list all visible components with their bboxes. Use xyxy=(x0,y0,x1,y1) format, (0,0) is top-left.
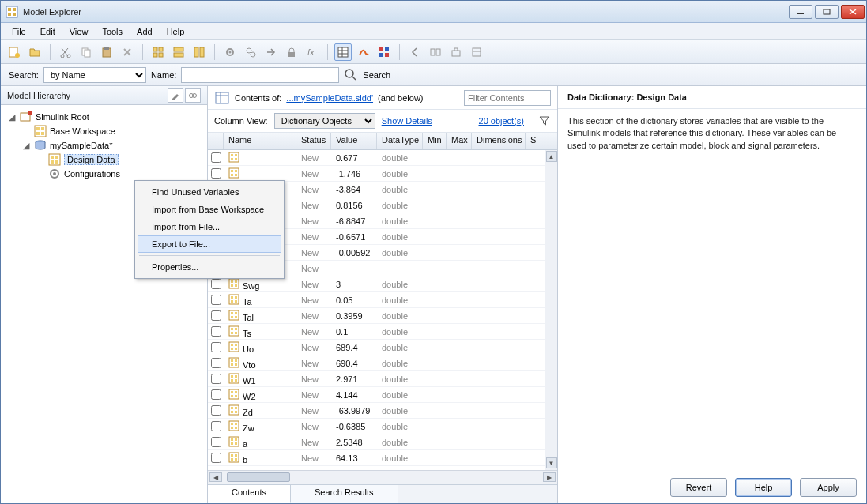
vertical-scrollbar[interactable]: ▲ ▼ xyxy=(545,150,557,470)
table-row[interactable]: UoNew689.4double xyxy=(208,340,557,355)
tree-node-design-data[interactable]: Design Data xyxy=(4,152,204,167)
tab-contents[interactable]: Contents xyxy=(208,485,291,503)
gear-icon[interactable] xyxy=(221,43,239,61)
table-row[interactable]: ZwNew-0.6385double xyxy=(208,419,557,434)
tree-node-root[interactable]: ◢ Simulink Root xyxy=(4,110,204,124)
row-checkbox[interactable] xyxy=(211,279,221,289)
fx-icon[interactable]: fx xyxy=(303,43,321,61)
object-count-link[interactable]: 20 object(s) xyxy=(479,116,524,126)
filter-contents-input[interactable] xyxy=(464,90,551,106)
row-checkbox[interactable] xyxy=(211,437,221,447)
col-name[interactable]: Name xyxy=(224,133,296,149)
row-checkbox[interactable] xyxy=(211,453,221,463)
show-details-link[interactable]: Show Details xyxy=(382,116,432,126)
scroll-down-icon[interactable]: ▼ xyxy=(546,457,557,468)
menu-edit[interactable]: Edit xyxy=(34,25,62,38)
menu-view[interactable]: View xyxy=(63,25,95,38)
col-dimensions[interactable]: Dimensions xyxy=(472,133,526,149)
scroll-right-icon[interactable]: ▶ xyxy=(543,472,556,482)
scroll-up-icon[interactable]: ▲ xyxy=(546,151,557,162)
contents-path-link[interactable]: ...mySampleData.sldd' xyxy=(286,93,373,103)
table-row[interactable]: TsNew0.1double xyxy=(208,324,557,340)
minimize-button[interactable] xyxy=(789,5,812,19)
row-checkbox[interactable] xyxy=(211,168,221,179)
paste-icon[interactable] xyxy=(98,43,115,61)
table-row[interactable]: bNew64.13double xyxy=(208,450,557,466)
col-s[interactable]: S xyxy=(526,133,541,149)
table-row[interactable]: ZdNew-63.9979double xyxy=(208,403,557,419)
grid-icon[interactable] xyxy=(149,43,167,61)
ctx-import-base[interactable]: Import from Base Workspace xyxy=(138,201,281,218)
row-checkbox[interactable] xyxy=(211,152,221,163)
matlab-icon[interactable] xyxy=(355,43,372,61)
table-row[interactable]: TalNew0.3959double xyxy=(208,308,557,324)
search-by-select[interactable]: by Name xyxy=(43,67,146,83)
table-row[interactable]: VtoNew690.4double xyxy=(208,355,557,371)
menu-help[interactable]: Help xyxy=(160,25,191,38)
row-checkbox[interactable] xyxy=(211,389,221,400)
table-row[interactable]: W1New2.971double xyxy=(208,371,557,387)
link-icon[interactable] xyxy=(185,88,201,103)
vars-icon[interactable] xyxy=(170,43,187,61)
blocks-icon[interactable] xyxy=(375,43,393,61)
table-row[interactable]: New0.677double xyxy=(208,150,557,166)
table-row[interactable]: W2New4.144double xyxy=(208,387,557,403)
row-checkbox[interactable] xyxy=(211,421,221,431)
horizontal-scrollbar[interactable]: ◀ ▶ xyxy=(208,470,557,484)
menu-tools[interactable]: Tools xyxy=(96,25,129,38)
cut-icon[interactable] xyxy=(57,43,74,61)
object-icon[interactable] xyxy=(190,43,208,61)
col-status[interactable]: Status xyxy=(296,133,331,149)
search-name-input[interactable] xyxy=(181,67,339,83)
revert-button[interactable]: Revert xyxy=(670,478,727,497)
nav-up-icon[interactable] xyxy=(447,43,465,61)
col-min[interactable]: Min xyxy=(423,133,447,149)
ctx-find-unused[interactable]: Find Unused Variables xyxy=(138,183,281,201)
hierarchy-tree[interactable]: ◢ Simulink Root Base Workspace ◢ mySampl… xyxy=(1,105,207,503)
table-header[interactable]: Name Status Value DataType Min Max Dimen… xyxy=(208,133,557,150)
row-checkbox[interactable] xyxy=(211,358,221,368)
table-view-icon[interactable] xyxy=(334,43,352,61)
copy-icon[interactable] xyxy=(77,43,95,61)
row-checkbox[interactable] xyxy=(211,405,221,416)
search-button[interactable]: Search xyxy=(363,70,390,80)
nav-more-icon[interactable] xyxy=(468,43,485,61)
column-view-select[interactable]: Dictionary Objects xyxy=(274,113,375,129)
table-row[interactable]: aNew2.5348double xyxy=(208,434,557,450)
table-row[interactable]: SwgNew3double xyxy=(208,276,557,292)
nav-back-icon[interactable] xyxy=(406,43,424,61)
collapse-icon[interactable]: ◢ xyxy=(21,141,31,150)
apply-button[interactable]: Apply xyxy=(800,478,857,497)
gear-dup-icon[interactable] xyxy=(242,43,259,61)
row-checkbox[interactable] xyxy=(211,310,221,321)
filter-funnel-icon[interactable] xyxy=(538,115,551,127)
row-checkbox[interactable] xyxy=(211,374,221,384)
menu-add[interactable]: Add xyxy=(130,25,159,38)
delete-icon[interactable] xyxy=(119,43,136,61)
collapse-icon[interactable]: ◢ xyxy=(7,112,17,122)
scroll-left-icon[interactable]: ◀ xyxy=(209,472,222,482)
col-datatype[interactable]: DataType xyxy=(377,133,423,149)
close-button[interactable] xyxy=(841,5,865,19)
row-checkbox[interactable] xyxy=(211,295,221,305)
nav-fwd-icon[interactable] xyxy=(427,43,444,61)
new-model-icon[interactable] xyxy=(6,43,23,61)
tree-node-configurations[interactable]: Configurations xyxy=(4,167,204,181)
help-button[interactable]: Help xyxy=(735,478,792,497)
tab-search-results[interactable]: Search Results xyxy=(291,485,398,503)
ctx-properties[interactable]: Properties... xyxy=(138,258,281,276)
table-row[interactable]: New-1.746double xyxy=(208,166,557,182)
pencil-icon[interactable] xyxy=(168,88,183,103)
open-folder-icon[interactable] xyxy=(26,43,43,61)
tree-node-dictionary[interactable]: ◢ mySampleData* xyxy=(4,138,204,152)
tree-node-base-workspace[interactable]: Base Workspace xyxy=(4,124,204,138)
maximize-button[interactable] xyxy=(815,5,839,19)
col-max[interactable]: Max xyxy=(447,133,472,149)
row-checkbox[interactable] xyxy=(211,326,221,337)
search-icon[interactable] xyxy=(344,68,358,82)
scroll-thumb[interactable] xyxy=(227,472,290,482)
arrow-icon[interactable] xyxy=(262,43,280,61)
row-checkbox[interactable] xyxy=(211,342,221,352)
ctx-export-file[interactable]: Export to File... xyxy=(138,235,281,253)
col-check[interactable] xyxy=(208,133,224,149)
